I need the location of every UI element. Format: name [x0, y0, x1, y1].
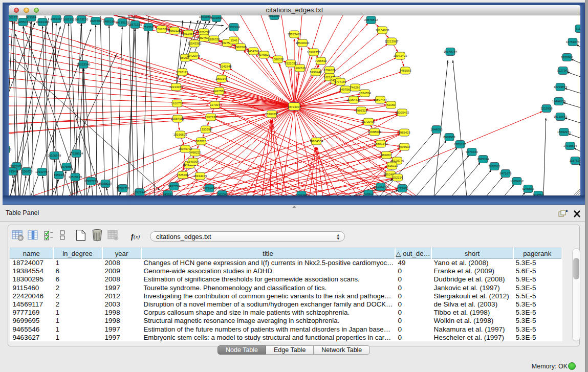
svg-text:7663822: 7663822	[156, 28, 168, 31]
svg-text:8813054: 8813054	[268, 15, 280, 17]
svg-text:6379197: 6379197	[454, 143, 466, 146]
svg-text:8186328: 8186328	[208, 38, 220, 41]
svg-text:10973493: 10973493	[394, 54, 407, 57]
svg-text:587835: 587835	[196, 140, 207, 143]
svg-text:3215958: 3215958	[540, 107, 553, 110]
svg-text:7485063: 7485063	[399, 69, 411, 72]
svg-text:117004: 117004	[210, 103, 220, 106]
svg-text:10653526: 10653526	[75, 18, 89, 21]
svg-text:12923448: 12923448	[133, 191, 147, 194]
svg-text:15716485: 15716485	[203, 187, 216, 190]
svg-text:1540994: 1540994	[187, 160, 199, 163]
svg-text:2026605: 2026605	[9, 148, 11, 151]
svg-text:2055721: 2055721	[9, 16, 19, 19]
svg-text:2718179: 2718179	[176, 71, 188, 74]
svg-text:7625402: 7625402	[177, 173, 189, 177]
svg-text:16782759: 16782759	[116, 187, 130, 190]
svg-text:(x): (x)	[134, 233, 140, 240]
svg-text:1065352: 1065352	[62, 18, 75, 21]
svg-text:16120746: 16120746	[390, 159, 404, 162]
svg-text:19384554: 19384554	[310, 140, 323, 143]
svg-text:2803144: 2803144	[215, 77, 228, 80]
svg-text:18640910: 18640910	[296, 41, 310, 45]
svg-text:10719155: 10719155	[116, 21, 129, 24]
svg-text:2935114: 2935114	[477, 158, 490, 161]
svg-text:9777169: 9777169	[334, 80, 346, 83]
svg-text:10688609: 10688609	[368, 130, 382, 134]
svg-text:1965423: 1965423	[398, 131, 410, 134]
svg-text:7955812: 7955812	[315, 59, 327, 62]
svg-text:9457791: 9457791	[168, 185, 180, 188]
svg-text:8471676: 8471676	[499, 172, 512, 175]
svg-text:252214: 252214	[393, 176, 403, 179]
svg-text:9227342: 9227342	[557, 69, 569, 72]
svg-text:9975887: 9975887	[60, 165, 73, 168]
svg-text:15751074: 15751074	[566, 40, 580, 43]
svg-text:6033809: 6033809	[210, 16, 223, 19]
svg-text:924563: 924563	[533, 193, 544, 195]
svg-text:62160: 62160	[387, 103, 396, 106]
svg-text:12213967: 12213967	[385, 40, 399, 43]
svg-text:22420046: 22420046	[187, 54, 201, 57]
svg-text:16046738: 16046738	[179, 147, 192, 150]
svg-text:15720407: 15720407	[362, 120, 376, 123]
svg-text:1527602: 1527602	[90, 19, 102, 23]
svg-text:145193: 145193	[54, 173, 64, 177]
svg-text:5226058: 5226058	[198, 31, 210, 34]
svg-text:12444159: 12444159	[552, 100, 566, 103]
svg-text:1615132: 1615132	[386, 164, 398, 167]
svg-text:18807249: 18807249	[374, 142, 388, 145]
svg-text:19166825: 19166825	[173, 133, 187, 136]
svg-text:6466160: 6466160	[103, 20, 115, 23]
svg-text:16154808: 16154808	[376, 29, 389, 32]
svg-text:18300295: 18300295	[265, 113, 279, 116]
svg-text:13325419: 13325419	[288, 33, 301, 36]
svg-text:10958107: 10958107	[99, 182, 113, 185]
svg-text:1362615: 1362615	[294, 67, 306, 70]
svg-text:1167534: 1167534	[570, 159, 580, 162]
svg-text:391541: 391541	[9, 170, 18, 173]
svg-text:746266: 746266	[350, 86, 361, 89]
svg-text:10654112: 10654112	[510, 180, 524, 183]
svg-text:20991406: 20991406	[36, 20, 50, 24]
svg-text:3624554: 3624554	[359, 92, 371, 95]
svg-text:12213369: 12213369	[169, 85, 183, 89]
svg-text:7632621: 7632621	[488, 165, 500, 168]
svg-text:8454749: 8454749	[247, 50, 259, 53]
svg-text:20053346: 20053346	[77, 63, 91, 66]
svg-text:1092343: 1092343	[216, 193, 228, 195]
svg-text:5498222: 5498222	[189, 151, 201, 154]
svg-text:9242848: 9242848	[220, 65, 232, 68]
svg-text:10543382: 10543382	[188, 42, 202, 45]
svg-text:8912954: 8912954	[182, 32, 194, 35]
svg-text:17016504: 17016504	[563, 144, 577, 147]
svg-text:7986322: 7986322	[355, 109, 367, 112]
svg-text:1588520: 1588520	[272, 58, 284, 61]
svg-text:1733426: 1733426	[396, 187, 408, 190]
svg-text:943582: 943582	[163, 193, 173, 195]
svg-text:12505135: 12505135	[69, 176, 82, 179]
svg-text:16210643: 16210643	[554, 115, 568, 118]
svg-text:9329966: 9329966	[561, 56, 573, 59]
svg-text:17359924: 17359924	[70, 152, 83, 155]
svg-text:10025453: 10025453	[396, 111, 409, 114]
svg-text:20206578: 20206578	[48, 154, 61, 157]
svg-text:1353594: 1353594	[200, 128, 212, 131]
svg-text:1610755: 1610755	[171, 102, 183, 105]
svg-text:1069317: 1069317	[50, 17, 62, 20]
svg-text:6794028: 6794028	[323, 69, 336, 72]
svg-text:16914479: 16914479	[193, 174, 207, 178]
svg-text:1546: 1546	[230, 39, 237, 42]
svg-text:8427552: 8427552	[213, 90, 225, 93]
svg-text:8660128: 8660128	[168, 29, 181, 32]
svg-text:15692971: 15692971	[557, 130, 571, 134]
svg-text:9474444: 9474444	[466, 150, 478, 154]
svg-text:16648784: 16648784	[444, 50, 458, 53]
svg-text:1292344: 1292344	[295, 193, 308, 195]
svg-text:7357224: 7357224	[228, 26, 240, 29]
svg-text:16961758: 16961758	[307, 51, 321, 54]
svg-text:1156829: 1156829	[21, 170, 33, 173]
svg-text:6322037: 6322037	[285, 62, 297, 65]
svg-text:984067: 984067	[381, 154, 392, 157]
svg-text:19054985: 19054985	[171, 117, 185, 120]
